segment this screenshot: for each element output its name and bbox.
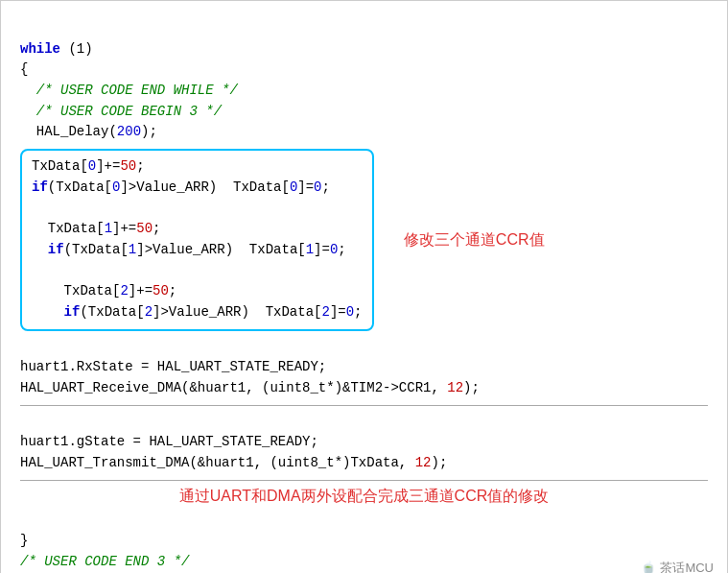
- highlight-code: TxData[0]+=50; if(TxData[0]>Value_ARR) T…: [32, 156, 363, 323]
- comment-end-3: /* USER CODE END 3 */: [20, 554, 189, 569]
- comment-begin-3: /* USER CODE BEGIN 3 */: [36, 104, 222, 119]
- watermark: 🍵 茶话MCU: [641, 560, 714, 573]
- code-wrapper: while (1) { /* USER CODE END WHILE */ /*…: [20, 18, 708, 573]
- highlight-section: TxData[0]+=50; if(TxData[0]>Value_ARR) T…: [20, 143, 708, 337]
- hal-delay-line: HAL_Delay(200);: [36, 124, 157, 139]
- annotation-right: 修改三个通道CCR值: [404, 229, 545, 250]
- comment-end-while: /* USER CODE END WHILE */: [36, 83, 238, 98]
- separator-1: [20, 405, 708, 406]
- highlight-box: TxData[0]+=50; if(TxData[0]>Value_ARR) T…: [20, 149, 374, 331]
- keyword-while: while: [20, 41, 60, 57]
- huart-rx2: HAL_UART_Receive_DMA(&huart1, (uint8_t*)…: [20, 380, 480, 395]
- annotation-bottom: 通过UART和DMA两外设配合完成三通道CCR值的修改: [20, 487, 708, 507]
- closing-brace: }: [20, 533, 28, 548]
- code-block-2: huart1.RxState = HAL_UART_STATE_READY; H…: [20, 337, 708, 399]
- huart-tx2: HAL_UART_Transmit_DMA(&huart1, (uint8_t*…: [20, 455, 447, 470]
- watermark-text: 茶话MCU: [660, 560, 714, 573]
- code-block-4: } /* USER CODE END 3 */: [20, 511, 708, 573]
- watermark-icon: 🍵: [641, 561, 656, 573]
- code-block: while (1) { /* USER CODE END WHILE */ /*…: [20, 18, 708, 143]
- huart-rx1: huart1.RxState = HAL_UART_STATE_READY;: [20, 359, 326, 374]
- huart-tx1: huart1.gState = HAL_UART_STATE_READY;: [20, 434, 318, 449]
- main-container: while (1) { /* USER CODE END WHILE */ /*…: [0, 0, 728, 573]
- code-block-3: huart1.gState = HAL_UART_STATE_READY; HA…: [20, 412, 708, 474]
- separator-2: [20, 480, 708, 481]
